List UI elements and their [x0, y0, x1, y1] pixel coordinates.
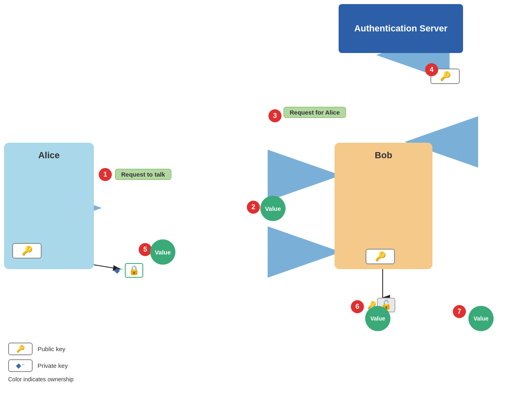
step4-key-icon: 🔑 — [440, 71, 451, 82]
bob-key-box: 🔑 — [366, 249, 395, 264]
auth-server-label: Authentication Server — [354, 23, 448, 34]
msg-request-for-alice: Request for Alice — [284, 107, 346, 118]
value-circle-6: Value — [365, 306, 390, 331]
legend-public-key-icon: 🔑 — [16, 345, 25, 353]
legend-private-key-box: ◆⁻ — [8, 359, 33, 372]
private-key-diamond: ◆⁻ — [114, 266, 124, 275]
legend-private-key-text: Private key — [38, 362, 68, 369]
alice-key-icon: 🔑 — [22, 246, 33, 256]
alice-lock-area: ◆⁻ 🔒 — [114, 263, 143, 278]
value-circle-5: Value — [150, 239, 175, 265]
diagram-container: Authentication Server Alice Bob 🔑 🔑 🔑 1 … — [0, 0, 532, 407]
alice-public-key-box: 🔑 — [12, 243, 42, 259]
step-badge-2: 2 — [247, 201, 260, 214]
legend-private-key-icon: ◆⁻ — [16, 362, 25, 369]
bob-label: Bob — [375, 150, 392, 161]
legend-public-key-box: 🔑 — [8, 343, 33, 355]
legend-public-key-text: Public key — [38, 345, 65, 352]
auth-server-box: Authentication Server — [339, 4, 463, 53]
step-badge-6: 6 — [351, 300, 364, 313]
legend-public-key: 🔑 Public key — [8, 343, 73, 355]
step-badge-7: 7 — [453, 305, 466, 318]
step-badge-5: 5 — [139, 243, 152, 256]
step-badge-1: 1 — [99, 168, 112, 181]
alice-label: Alice — [38, 150, 60, 161]
legend: 🔑 Public key ◆⁻ Private key Color indica… — [8, 343, 73, 383]
step-badge-3: 3 — [268, 109, 282, 122]
msg-request-to-talk: Request to talk — [115, 169, 171, 180]
alice-lock-icon: 🔒 — [125, 263, 143, 278]
legend-private-key: ◆⁻ Private key — [8, 359, 73, 372]
value-circle-2: Value — [260, 196, 286, 221]
legend-color-note: Color indicates ownership — [8, 376, 73, 383]
bob-key-icon: 🔑 — [375, 251, 386, 262]
value-circle-7: Value — [468, 306, 494, 331]
step-badge-4: 4 — [425, 63, 438, 76]
